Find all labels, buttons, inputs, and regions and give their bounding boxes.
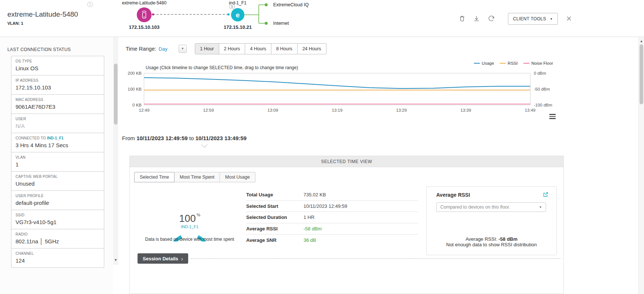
y-axis-right-tick: -50 dBm [534, 87, 550, 91]
view-tabs: Selected TimeMost Time SpentMost Usage [135, 172, 255, 182]
info-icon: ⓘ [87, 1, 93, 8]
cloud-label: ExtremeCloud IQ [273, 2, 309, 7]
sidebar-field-user-profile: USER PROFILEdefault-profile [11, 190, 104, 210]
topology-connection-line [153, 14, 228, 15]
time-range-button-1-hour[interactable]: 1 Hour [195, 43, 219, 54]
ap-count-badge: 1 [229, 4, 235, 9]
field-label: USER PROFILE [16, 194, 100, 198]
field-value: 124 [16, 257, 100, 264]
client-tools-button[interactable]: CLIENT TOOLS ▼ [508, 13, 558, 25]
stat-label: Selected Duration [246, 214, 304, 220]
stat-value: 1 HR [304, 214, 315, 220]
scroll-up-arrow-icon[interactable]: ▲ [639, 39, 644, 43]
ap-node-icon[interactable]: e [231, 8, 244, 21]
sidebar-field-mac-address: MAC ADDRESS9061AE76D7E3 [11, 94, 104, 114]
legend-item-noise-floor[interactable]: Noise Floor [523, 61, 553, 65]
download-button[interactable] [473, 15, 480, 22]
sidebar-scrollbar[interactable]: ▼ [113, 37, 118, 265]
tab-selected-time[interactable]: Selected Time [134, 172, 174, 182]
refresh-button[interactable] [488, 15, 495, 22]
chart-menu-button[interactable] [549, 114, 556, 119]
time-range-button-2-hours[interactable]: 2 Hours [219, 43, 245, 54]
field-label: SSID [16, 213, 100, 217]
field-label: RADIO [16, 232, 100, 237]
session-dotted-divider [191, 258, 560, 259]
field-value: 9061AE76D7E3 [16, 104, 100, 110]
rssi-summary-value: -58 dBm [499, 236, 518, 242]
refresh-icon [488, 15, 495, 22]
sidebar-field-connected-to: CONNECTED TO IND-1_F13 Hrs 4 Mins 17 Sec… [11, 133, 104, 152]
sidebar-field-user: USERN/A [11, 114, 104, 133]
topology-client-name: extreme-Latitude-5480 [115, 0, 174, 6]
stat-label: Average SNR [246, 237, 304, 243]
field-label: USER [16, 117, 100, 121]
usage-chart-svg[interactable] [143, 70, 531, 106]
chart-title: Usage (Click timeline to change SELECTED… [146, 65, 298, 70]
tab-most-usage[interactable]: Most Usage [220, 172, 255, 182]
time-range-button-4-hours[interactable]: 4 Hours [245, 43, 271, 54]
scroll-down-arrow-icon[interactable]: ▼ [113, 258, 118, 262]
time-range-dropdown-value[interactable]: Day [159, 46, 167, 52]
legend-item-rssi[interactable]: RSSI [500, 61, 518, 65]
rssi-summary-line: Average RSSI: -58 dBm [427, 236, 556, 242]
legend-item-usage[interactable]: Usage [474, 61, 494, 65]
rssi-compare-dropdown-value: Compared to devices on this floor. [440, 205, 510, 210]
connected-to-link[interactable]: IND-1_F1 [46, 136, 64, 140]
rssi-compare-dropdown[interactable]: Compared to devices on this floor. ▼ [436, 202, 546, 212]
hamburger-icon [549, 114, 556, 119]
time-range-dropdown-button[interactable]: ▼ [179, 45, 187, 53]
ap-endpoint-dot [227, 13, 230, 16]
client-node-icon[interactable] [137, 7, 152, 22]
field-value: 802.11na │ 5GHz [16, 238, 100, 245]
main-scrollbar[interactable]: ▲ [638, 37, 644, 294]
y-axis-right-tick: -100 dBm [534, 103, 552, 107]
internet-label: Internet [273, 21, 289, 26]
x-axis-tick: 12:59 [203, 108, 214, 112]
sidebar: LAST CONNECTION STATUS OS TYPELinux OSIP… [0, 37, 113, 294]
x-axis-tick: 12:49 [139, 108, 150, 112]
stat-row-average-snr: Average SNR36 dB [246, 234, 418, 246]
main-scrollbar-thumb[interactable] [640, 44, 643, 104]
client-endpoint-dot [152, 13, 154, 16]
external-link-icon[interactable] [542, 191, 549, 198]
client-tools-label: CLIENT TOOLS [513, 16, 546, 21]
field-label: OS TYPE [16, 59, 100, 64]
time-range-buttons: 1 Hour2 Hours4 Hours8 Hours24 Hours [195, 43, 326, 54]
selected-time-view-panel: SELECTED TIME VIEW Selected TimeMost Tim… [129, 156, 564, 294]
trash-icon [458, 15, 466, 22]
time-range-label: Time Range: [126, 46, 156, 52]
sidebar-field-list: OS TYPELinux OSIP ADDRESS172.15.10.103MA… [11, 56, 104, 268]
to-label: to [189, 135, 194, 141]
field-value: 1 [16, 161, 100, 168]
session-details-label: Session Details [143, 256, 178, 261]
tab-most-time-spent[interactable]: Most Time Spent [174, 172, 220, 182]
time-range-button-8-hours[interactable]: 8 Hours [271, 43, 298, 54]
client-detail-page: extreme-Latitude-5480 VLAN: 1 ⓘ extreme-… [0, 0, 644, 294]
sidebar-field-ip-address: IP ADDRESS172.15.10.103 [11, 75, 104, 95]
delete-button[interactable] [458, 15, 466, 22]
stat-row-average-rssi: Average RSSI-58 dBm [246, 223, 418, 235]
stat-value: 36 dB [304, 237, 316, 243]
page-header: extreme-Latitude-5480 VLAN: 1 ⓘ extreme-… [0, 0, 644, 37]
gauge-value: 100 [179, 213, 196, 224]
sidebar-field-os-type: OS TYPELinux OS [11, 56, 104, 75]
session-details-button[interactable]: Session Details › [138, 253, 188, 264]
legend-label: RSSI [508, 61, 518, 65]
field-label: CONNECTED TO IND-1_F1 [16, 136, 100, 141]
field-label: VLAN [16, 155, 100, 160]
close-button[interactable]: ✕ [566, 14, 572, 23]
stats-table: Total Usage735.02 KBSelected Start10/11/… [246, 189, 418, 246]
rssi-summary: Average RSSI: -58 dBm Not enough data to… [427, 236, 556, 247]
field-label: MAC ADDRESS [16, 98, 100, 102]
from-label: From [122, 135, 135, 141]
gauge-unit: % [197, 213, 200, 217]
time-range-button-24-hours[interactable]: 24 Hours [297, 43, 326, 54]
sidebar-heading: LAST CONNECTION STATUS [7, 47, 71, 52]
time-range-summary: From 10/11/2023 12:49:59 to 10/11/2023 1… [122, 135, 247, 141]
to-datetime: 10/11/2023 13:49:59 [196, 135, 247, 141]
ap-ip: 172.15.10.21 [216, 24, 260, 30]
field-value: 172.15.10.103 [16, 84, 100, 91]
sidebar-scrollbar-thumb[interactable] [114, 64, 118, 125]
x-axis-tick: 13:09 [268, 108, 278, 112]
chart-y-axis-right: 0 dBm-50 dBm-100 dBm [534, 71, 557, 107]
